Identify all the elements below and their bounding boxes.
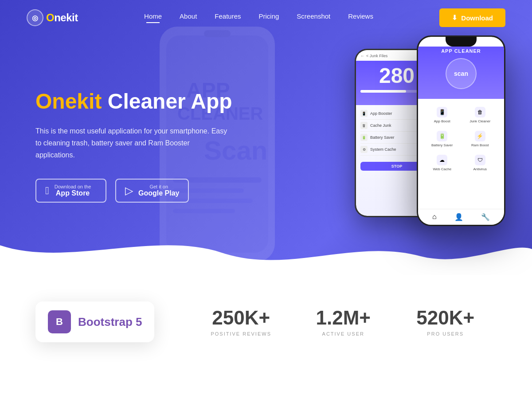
bootstrap-label: Bootstrap 5 bbox=[78, 315, 142, 329]
back-arrow-icon: ← bbox=[360, 54, 364, 58]
nav-item-features[interactable]: Features bbox=[215, 12, 241, 23]
hero-left: Onekit Cleaner App This is the most usef… bbox=[35, 71, 257, 203]
antivirus-icon: 🛡 bbox=[475, 155, 485, 165]
ram-icon: ⚡ bbox=[475, 131, 485, 141]
nav-item-pricing[interactable]: Pricing bbox=[259, 12, 279, 23]
stat-pro-users: 520K+ Pro Users bbox=[395, 307, 497, 336]
appboost-icon: 📱 bbox=[437, 107, 447, 117]
hero-title: Onekit Cleaner App bbox=[35, 89, 257, 114]
googleplay-btn-text: Get it on Google Play bbox=[138, 184, 179, 197]
progress-fill bbox=[360, 90, 406, 93]
logo[interactable]: ◎ Onekit bbox=[27, 9, 78, 26]
hero-description: This is the most useful application for … bbox=[35, 125, 231, 161]
item-icon: 📱 bbox=[360, 110, 368, 117]
grid-item-ramboost[interactable]: ⚡ Ram Boost bbox=[462, 127, 499, 151]
item-icon: 🗑 bbox=[360, 122, 368, 129]
home-nav-icon[interactable]: ⌂ bbox=[432, 213, 437, 221]
appstore-button[interactable]:  Download on the App Store bbox=[35, 179, 106, 203]
item-icon: ⚙ bbox=[360, 146, 368, 153]
hero-phones: ← < Junk Files 280 63% 📱 App Booster bbox=[355, 35, 505, 257]
googleplay-button[interactable]: ▷ Get it on Google Play bbox=[115, 179, 189, 203]
google-play-icon: ▷ bbox=[125, 184, 133, 197]
phone-front-screen: APP CLEANER scan 📱 App Boost 🗑 Junk Clea… bbox=[418, 37, 504, 225]
grid-item-batterysaver[interactable]: 🔋 Battery Saver bbox=[423, 127, 461, 151]
stats-section: B Bootstrap 5 250K+ Positive Reviews 1.2… bbox=[0, 275, 532, 369]
hero-buttons:  Download on the App Store ▷ Get it on … bbox=[35, 179, 257, 203]
logo-text: Onekit bbox=[46, 12, 78, 24]
apple-icon:  bbox=[45, 184, 49, 197]
nav-download-button[interactable]: ⬇ Download bbox=[439, 8, 505, 27]
battery-icon: 🔋 bbox=[437, 131, 447, 141]
grid-item-appboost[interactable]: 📱 App Boost bbox=[423, 103, 461, 127]
grid-item-antivirus[interactable]: 🛡 Antivirus bbox=[462, 151, 499, 175]
bootstrap-icon: B bbox=[48, 310, 71, 333]
grid-item-junkcleaner[interactable]: 🗑 Junk Cleaner bbox=[462, 103, 499, 127]
item-icon: 🔋 bbox=[360, 134, 368, 141]
nav-item-screenshot[interactable]: Screenshot bbox=[297, 12, 330, 23]
bootstrap-badge: B Bootstrap 5 bbox=[35, 301, 154, 342]
phone-front: APP CLEANER scan 📱 App Boost 🗑 Junk Clea… bbox=[417, 35, 505, 226]
phone-bottom-nav: ⌂ 👤 🔧 bbox=[418, 209, 504, 225]
stat-reviews: 250K+ Positive Reviews bbox=[190, 307, 292, 336]
stat-active-user: 1.2M+ Active User bbox=[292, 307, 395, 336]
appstore-btn-text: Download on the App Store bbox=[55, 184, 91, 197]
phone-notch bbox=[446, 37, 477, 47]
junk-icon: 🗑 bbox=[475, 107, 485, 117]
nav-item-about[interactable]: About bbox=[180, 12, 197, 23]
hero-section: APP CLEANER Scan Onekit Cleaner App This… bbox=[0, 0, 532, 275]
download-icon: ⬇ bbox=[452, 14, 458, 22]
nav-menu: Home About Features Pricing Screenshot R… bbox=[144, 12, 373, 23]
navbar: ◎ Onekit Home About Features Pricing Scr… bbox=[0, 0, 532, 35]
phone-front-header: APP CLEANER scan bbox=[418, 47, 504, 99]
settings-nav-icon[interactable]: 🔧 bbox=[481, 213, 490, 221]
nav-item-reviews[interactable]: Reviews bbox=[348, 12, 373, 23]
webcache-icon: ☁ bbox=[437, 155, 447, 165]
phone-app-grid: 📱 App Boost 🗑 Junk Cleaner 🔋 Battery Sav… bbox=[418, 99, 504, 179]
logo-icon: ◎ bbox=[27, 9, 43, 26]
scan-circle[interactable]: scan bbox=[446, 58, 477, 89]
nav-item-home[interactable]: Home bbox=[144, 12, 162, 23]
grid-item-webcache[interactable]: ☁ Web Cache bbox=[423, 151, 461, 175]
profile-nav-icon[interactable]: 👤 bbox=[454, 213, 463, 221]
